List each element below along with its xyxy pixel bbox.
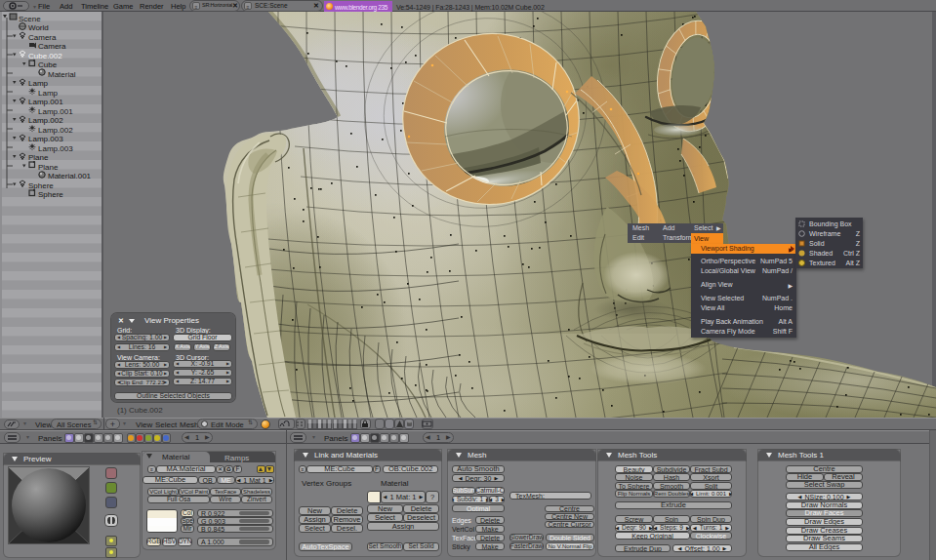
svg-text:Lamp.001: Lamp.001 — [38, 107, 73, 116]
svg-text:Material.001: Material.001 — [48, 172, 92, 180]
svg-text:World: World — [28, 23, 49, 32]
svg-text:Lamp: Lamp — [28, 79, 49, 88]
svg-text:Lamp.003: Lamp.003 — [38, 144, 73, 153]
svg-text:Material: Material — [48, 70, 76, 79]
svg-text:Camera: Camera — [38, 42, 66, 51]
svg-text:Sphere: Sphere — [38, 190, 63, 199]
svg-text:Plane: Plane — [28, 153, 49, 162]
svg-text:Lamp.002: Lamp.002 — [38, 126, 73, 135]
svg-text:Scene: Scene — [19, 15, 41, 23]
svg-text:Plane: Plane — [38, 163, 59, 172]
svg-text:Lamp: Lamp — [38, 89, 59, 98]
svg-text:Camera: Camera — [28, 33, 57, 42]
svg-text:Sphere: Sphere — [28, 181, 54, 190]
svg-text:Cube.002: Cube.002 — [28, 52, 62, 60]
svg-text:Cube: Cube — [38, 60, 58, 69]
svg-text:Lamp.002: Lamp.002 — [28, 116, 63, 125]
svg-text:Lamp.001: Lamp.001 — [28, 98, 63, 106]
svg-text:Lamp.003: Lamp.003 — [28, 135, 63, 143]
